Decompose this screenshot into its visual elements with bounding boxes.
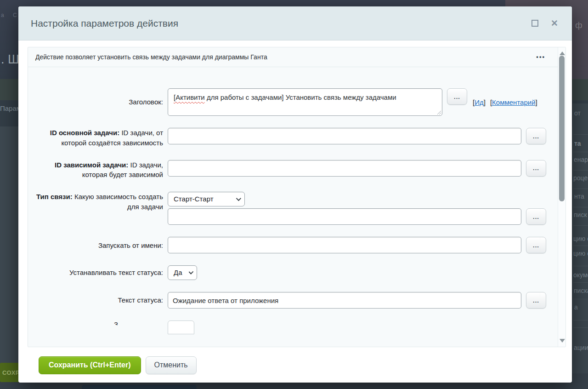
main-task-id-input[interactable] — [168, 128, 521, 144]
dialog-body: Действие позволяет установить связь межд… — [18, 40, 572, 374]
bracket: ] — [536, 98, 537, 106]
background-logo-fragment: ф — [575, 20, 582, 30]
link-type-select[interactable]: Старт-Старт — [168, 192, 245, 206]
parameters-form: Заголовок: [Активити для работы с задача… — [28, 67, 558, 334]
clipped-select[interactable] — [168, 320, 194, 334]
background-topbar-fragment: С — [13, 12, 17, 18]
field-row-run-as: Запускать от имени: ... — [35, 237, 558, 253]
settings-panel: Действие позволяет установить связь межд… — [28, 47, 566, 347]
field-label: Устанавливать текст статуса: — [35, 268, 168, 278]
dialog-title: Настройка параметров действия — [31, 18, 531, 29]
status-text-input[interactable] — [168, 292, 521, 309]
background-list-divider — [573, 134, 588, 135]
field-row-clipped: З — [35, 320, 558, 334]
background-list-item-fragment: нта — [574, 193, 584, 200]
status-text-more-button[interactable]: ... — [526, 292, 546, 309]
background-list-item-fragment: роцес — [573, 174, 588, 182]
title-value-misspelled: [Активити — [174, 93, 205, 101]
background-list-divider — [573, 320, 588, 320]
panel-scrollbar[interactable] — [558, 47, 565, 347]
title-textarea[interactable]: [Активити для работы с задачами] Установ… — [168, 88, 442, 116]
background-bottom-button-fragment — [82, 385, 197, 389]
background-save-button-fragment: СОХР — [0, 363, 19, 382]
more-menu-icon[interactable]: ••• — [536, 55, 545, 59]
background-list-item-fragment: ации — [574, 344, 588, 351]
background-topbar-fragment: а — [1, 12, 4, 18]
background-list-item-fragment: окуме — [573, 271, 588, 279]
background-list-divider — [573, 225, 588, 226]
run-as-input[interactable] — [168, 237, 521, 253]
run-as-more-button[interactable]: ... — [526, 237, 546, 253]
field-name: ID основной задачи: — [50, 129, 120, 137]
background-list-divider — [573, 170, 588, 171]
background-list-divider — [573, 327, 588, 328]
field-row-status-text: Текст статуса: ... — [35, 292, 558, 309]
field-row-set-status: Устанавливать текст статуса: Да — [35, 265, 558, 280]
field-hint: Какую зависимость создать для задачи — [73, 193, 163, 211]
background-page-title-fragment: . Ш — [1, 52, 19, 67]
field-label: Тип связи: Какую зависимость создать для… — [35, 192, 168, 225]
insert-id-link[interactable]: Ид — [475, 98, 484, 106]
chevron-down-icon — [188, 269, 193, 275]
link-type-custom-input[interactable] — [168, 208, 521, 225]
background-list-divider — [573, 207, 588, 207]
resize-handle-icon[interactable] — [436, 110, 441, 114]
set-status-select[interactable]: Да — [168, 265, 197, 280]
field-name: ID зависимой задачи: — [55, 161, 128, 169]
background-list-item-fragment: писк — [574, 211, 587, 218]
background-list-divider — [573, 189, 588, 189]
chevron-down-icon — [236, 195, 241, 200]
dialog-footer: Сохранить (Ctrl+Enter) Отменить — [28, 347, 566, 374]
dialog-header: Настройка параметров действия ✕ — [18, 6, 572, 40]
background-list-divider — [573, 246, 588, 246]
link-type-selected-value: Старт-Старт — [174, 195, 214, 203]
cancel-button[interactable]: Отменить — [146, 356, 197, 374]
background-list-divider — [573, 282, 588, 283]
background-list-item-fragment: цию о — [573, 235, 588, 242]
dependent-task-id-more-button[interactable]: ... — [526, 160, 546, 177]
field-row-main-task-id: ID основной задачи: ID задачи, от которо… — [35, 128, 558, 148]
bracket: ] — [484, 98, 486, 106]
insert-comment-link[interactable]: Комментарий — [492, 98, 535, 106]
clipped-label-fragment: З — [35, 320, 168, 325]
field-row-title: Заголовок: [Активити для работы с задача… — [35, 88, 558, 116]
action-settings-dialog: Настройка параметров действия ✕ Действие… — [18, 6, 572, 383]
dependent-task-id-input[interactable] — [168, 160, 521, 177]
field-row-dependent-task-id: ID зависимой задачи: ID задачи, которая … — [35, 160, 558, 180]
background-list-item-fragment: енар — [574, 156, 588, 163]
background-list-item-fragment: писка — [574, 287, 588, 294]
set-status-selected-value: Да — [174, 269, 182, 276]
save-button[interactable]: Сохранить (Ctrl+Enter) — [39, 356, 141, 374]
link-type-more-button[interactable]: ... — [526, 208, 546, 225]
background-list-item-fragment: от — [574, 109, 581, 117]
field-label: Текст статуса: — [35, 295, 168, 305]
background-list-item-fragment: цию о — [573, 250, 588, 257]
background-list-divider — [573, 266, 588, 266]
title-value: для работы с задачами] Установить связь … — [205, 93, 396, 101]
background-list-item-fragment: та — [574, 140, 581, 147]
background-list-divider — [573, 299, 588, 299]
field-label: Запускать от имени: — [35, 237, 168, 253]
maximize-icon[interactable] — [531, 20, 538, 27]
action-description-row: Действие позволяет установить связь межд… — [28, 47, 558, 67]
field-label: ID зависимой задачи: ID задачи, которая … — [35, 160, 168, 180]
field-label: Заголовок: — [35, 97, 168, 107]
background-list-divider — [573, 152, 588, 152]
scroll-up-icon[interactable] — [560, 51, 565, 55]
background-list-item-fragment: а — [574, 303, 578, 311]
field-name: Тип связи: — [36, 193, 73, 200]
scrollbar-thumb[interactable] — [559, 56, 565, 201]
scroll-down-icon[interactable] — [560, 339, 565, 343]
insert-links: [Ид] [Комментарий] — [473, 98, 537, 106]
action-description: Действие позволяет установить связь межд… — [35, 53, 267, 61]
field-label: ID основной задачи: ID задачи, от которо… — [35, 128, 168, 148]
field-row-link-type: Тип связи: Какую зависимость создать для… — [35, 192, 558, 225]
title-more-button[interactable]: ... — [447, 88, 467, 105]
main-task-id-more-button[interactable]: ... — [526, 128, 546, 144]
close-icon[interactable]: ✕ — [551, 20, 558, 27]
